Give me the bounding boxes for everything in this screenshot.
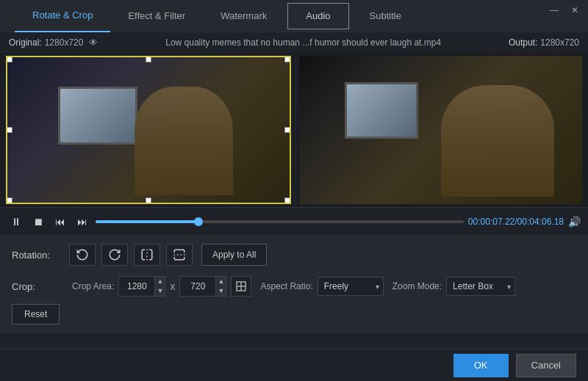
time-display: 00:00:07.22/00:04:06.18 xyxy=(468,217,564,227)
crop-width-input[interactable] xyxy=(119,277,154,296)
reset-button[interactable]: Reset xyxy=(12,304,60,324)
prev-frame-button[interactable]: ⏮ xyxy=(51,213,69,231)
right-video-thumb xyxy=(300,56,582,204)
aspect-ratio-group: Aspect Ratio: Freely 16:9 4:3 1:1 9:16 xyxy=(260,277,383,296)
person-silhouette-left xyxy=(135,87,233,196)
crop-area-group: Crop Area: ▲ ▼ x ▲ ▼ xyxy=(72,276,251,297)
crop-label: Crop: xyxy=(12,281,63,292)
zoom-mode-select-wrapper: Letter Box Pan & Scan Full xyxy=(446,277,515,296)
rotate-left-button[interactable] xyxy=(69,244,96,266)
tab-watermark[interactable]: Watermark xyxy=(203,0,284,32)
left-video-panel[interactable] xyxy=(6,56,291,204)
video-area xyxy=(0,53,588,207)
time-total: 00:04:06.18 xyxy=(517,217,564,227)
bottom-bar: OK Cancel xyxy=(0,349,588,381)
zoom-mode-group: Zoom Mode: Letter Box Pan & Scan Full xyxy=(392,277,515,296)
crop-width-input-wrap: ▲ ▼ xyxy=(118,276,165,297)
width-increment-button[interactable]: ▲ xyxy=(154,277,165,286)
height-decrement-button[interactable]: ▼ xyxy=(215,286,226,296)
aspect-ratio-select[interactable]: Freely 16:9 4:3 1:1 9:16 xyxy=(318,277,384,296)
info-bar: Original: 1280x720 👁 Low quality memes t… xyxy=(0,32,588,53)
aspect-ratio-select-wrapper: Freely 16:9 4:3 1:1 9:16 xyxy=(318,277,384,296)
rotation-label: Rotation: xyxy=(12,250,63,261)
rotation-row: Rotation: xyxy=(12,244,576,266)
x-separator: x xyxy=(170,280,175,292)
title-bar: — ✕ xyxy=(544,0,588,21)
tab-audio[interactable]: Audio xyxy=(287,3,348,29)
tv-screen-left xyxy=(58,87,137,145)
filename-label: Low quality memes that no human ...f hum… xyxy=(98,37,509,48)
rotate-right-button[interactable] xyxy=(101,244,128,266)
width-decrement-button[interactable]: ▼ xyxy=(154,286,165,296)
original-label: Original: xyxy=(9,37,42,48)
tab-rotate-crop[interactable]: Rotate & Crop xyxy=(15,0,110,32)
play-button[interactable]: ⏸ xyxy=(7,213,25,231)
close-button[interactable]: ✕ xyxy=(564,0,585,21)
tab-bar: Rotate & Crop Effect & Filter Watermark … xyxy=(0,0,588,32)
apply-to-all-button[interactable]: Apply to All xyxy=(201,244,267,266)
output-resolution: 1280x720 xyxy=(540,37,579,48)
eye-icon[interactable]: 👁 xyxy=(89,37,98,48)
original-resolution: 1280x720 xyxy=(45,37,84,48)
left-video-thumb xyxy=(7,57,290,203)
stop-button[interactable]: ⏹ xyxy=(29,213,47,231)
cancel-button[interactable]: Cancel xyxy=(516,354,576,377)
aspect-ratio-label: Aspect Ratio: xyxy=(260,281,312,291)
height-spinners: ▲ ▼ xyxy=(215,277,226,296)
center-crop-button[interactable] xyxy=(231,276,251,297)
volume-icon[interactable]: 🔊 xyxy=(568,216,581,228)
minimize-button[interactable]: — xyxy=(544,0,564,21)
flip-horizontal-button[interactable] xyxy=(134,244,160,266)
progress-fill xyxy=(96,220,198,223)
crop-row: Crop: Crop Area: ▲ ▼ x ▲ ▼ xyxy=(12,276,576,297)
output-label: Output: xyxy=(509,37,537,48)
crop-area-label: Crop Area: xyxy=(72,281,114,291)
tab-effect-filter[interactable]: Effect & Filter xyxy=(110,0,203,32)
playback-bar: ⏸ ⏹ ⏮ ⏭ 00:00:07.22/00:04:06.18 🔊 xyxy=(0,207,588,235)
right-video-panel xyxy=(300,56,582,204)
tab-subtitle[interactable]: Subtitle xyxy=(352,0,419,32)
progress-track[interactable] xyxy=(96,220,464,223)
zoom-mode-label: Zoom Mode: xyxy=(392,281,442,291)
flip-vertical-button[interactable] xyxy=(166,244,193,266)
next-frame-button[interactable]: ⏭ xyxy=(74,213,91,231)
crop-height-input-wrap: ▲ ▼ xyxy=(179,276,226,297)
progress-thumb xyxy=(194,217,203,226)
person-silhouette-right xyxy=(441,85,554,197)
crop-height-input[interactable] xyxy=(180,277,215,296)
width-spinners: ▲ ▼ xyxy=(154,277,165,296)
tv-screen-right xyxy=(345,82,418,139)
height-increment-button[interactable]: ▲ xyxy=(215,277,226,286)
controls-panel: Rotation: xyxy=(0,235,588,333)
time-current: 00:00:07.22 xyxy=(468,217,514,227)
zoom-mode-select[interactable]: Letter Box Pan & Scan Full xyxy=(446,277,515,296)
ok-button[interactable]: OK xyxy=(453,354,509,377)
video-divider xyxy=(294,56,297,204)
